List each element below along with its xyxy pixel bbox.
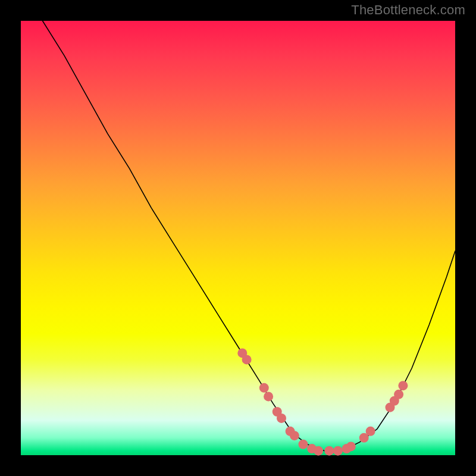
data-marker — [242, 355, 252, 364]
data-marker — [299, 440, 308, 449]
data-marker — [398, 381, 408, 390]
data-marker — [264, 392, 273, 401]
chart-container: TheBottleneck.com — [0, 0, 476, 476]
data-marker — [314, 446, 323, 456]
data-marker — [333, 446, 343, 456]
data-marker — [259, 383, 269, 393]
plot-area — [21, 21, 455, 455]
data-marker — [346, 441, 356, 451]
bottleneck-curve — [43, 21, 456, 451]
attribution-text: TheBottleneck.com — [351, 2, 465, 18]
data-marker — [277, 414, 286, 423]
data-marker — [366, 427, 375, 436]
data-markers — [237, 348, 408, 455]
data-marker — [324, 446, 334, 456]
data-marker — [290, 431, 299, 440]
chart-svg — [21, 21, 455, 455]
data-marker — [394, 390, 403, 399]
